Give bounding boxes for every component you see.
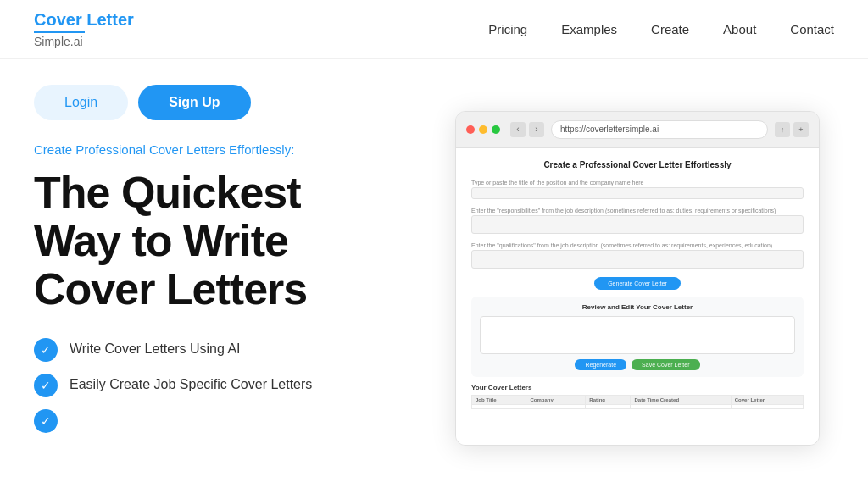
nav-about[interactable]: About [723, 22, 756, 36]
feature-item-3: ✓ [34, 409, 407, 433]
col-rating: Rating [586, 395, 631, 404]
create-label: Create Professional Cover Letters Effort… [34, 141, 407, 158]
logo: Cover Letter Simple.ai [34, 9, 134, 49]
generate-button[interactable]: Generate Cover Letter [594, 277, 681, 290]
review-textarea[interactable] [480, 316, 795, 354]
feature-text-2: Easily Create Job Specific Cover Letters [70, 376, 312, 394]
feature-item-2: ✓ Easily Create Job Specific Cover Lette… [34, 374, 407, 397]
hero-heading: The Quickest Way to Write Cover Letters [34, 169, 407, 314]
dot-yellow [479, 125, 487, 134]
form-input-3[interactable] [471, 250, 804, 269]
nav-examples[interactable]: Examples [561, 22, 617, 36]
form-input-2[interactable] [471, 215, 804, 234]
signup-button[interactable]: Sign Up [138, 85, 250, 120]
dot-red [466, 125, 475, 134]
review-section: Review and Edit Your Cover Letter Regene… [471, 297, 804, 377]
check-icon-1: ✓ [34, 338, 58, 362]
logo-divider [34, 31, 85, 33]
auth-buttons: Login Sign Up [34, 85, 407, 120]
review-actions: Regenerate Save Cover Letter [480, 359, 795, 370]
col-cover-letter: Cover Letter [731, 395, 803, 404]
table-section: Your Cover Letters Job Title Company Rat… [471, 384, 804, 409]
share-icon[interactable]: ↑ [775, 122, 790, 137]
header: Cover Letter Simple.ai Pricing Examples … [0, 0, 868, 59]
cell-rating [586, 404, 631, 408]
left-column: Login Sign Up Create Professional Cover … [34, 76, 407, 471]
features-list: ✓ Write Cover Letters Using AI ✓ Easily … [34, 338, 407, 433]
browser-nav: ‹ › [510, 122, 544, 137]
form-section-1: Type or paste the title of the position … [471, 180, 804, 199]
login-button[interactable]: Login [34, 85, 128, 120]
browser-content: Create a Professional Cover Letter Effor… [456, 148, 819, 446]
check-icon-3: ✓ [34, 409, 58, 433]
nav-create[interactable]: Create [651, 22, 689, 36]
browser-url-bar: https://coverlettersimple.ai [551, 120, 768, 139]
browser-toolbar: ‹ › https://coverlettersimple.ai ↑ + [456, 112, 819, 148]
right-column: ‹ › https://coverlettersimple.ai ↑ + Cre… [441, 76, 834, 471]
col-date: Date Time Created [631, 395, 731, 404]
review-title: Review and Edit Your Cover Letter [480, 303, 795, 311]
main-content: Login Sign Up Create Professional Cover … [0, 59, 868, 488]
back-btn[interactable]: ‹ [510, 122, 526, 137]
add-tab-icon[interactable]: + [793, 122, 809, 137]
form-section-2: Enter the "responsibilities" from the jo… [471, 208, 804, 234]
form-label-3: Enter the "qualifications" from the job … [471, 242, 804, 248]
cover-letters-table: Job Title Company Rating Date Time Creat… [471, 395, 804, 409]
table-title: Your Cover Letters [471, 384, 804, 391]
check-icon-2: ✓ [34, 374, 58, 397]
forward-btn[interactable]: › [529, 122, 544, 137]
form-label-1: Type or paste the title of the position … [471, 180, 804, 186]
form-section-3: Enter the "qualifications" from the job … [471, 242, 804, 269]
nav-contact[interactable]: Contact [790, 22, 834, 36]
cell-date [631, 404, 731, 408]
cell-company [526, 404, 586, 408]
cell-cover-letter [731, 404, 803, 408]
generate-btn-area: Generate Cover Letter [471, 277, 804, 290]
feature-item-1: ✓ Write Cover Letters Using AI [34, 338, 407, 362]
regenerate-button[interactable]: Regenerate [575, 359, 626, 370]
save-cover-letter-button[interactable]: Save Cover Letter [632, 359, 699, 370]
form-input-1[interactable] [471, 187, 804, 199]
main-nav: Pricing Examples Create About Contact [488, 22, 834, 36]
browser-action-btns: ↑ + [775, 122, 809, 137]
form-label-2: Enter the "responsibilities" from the jo… [471, 208, 804, 214]
table-row [472, 404, 804, 408]
col-company: Company [526, 395, 586, 404]
nav-pricing[interactable]: Pricing [488, 22, 527, 36]
col-job-title: Job Title [472, 395, 526, 404]
browser-mockup: ‹ › https://coverlettersimple.ai ↑ + Cre… [455, 111, 820, 446]
feature-text-1: Write Cover Letters Using AI [70, 341, 241, 358]
logo-subtitle: Simple.ai [34, 35, 134, 49]
cell-job-title [472, 404, 526, 408]
logo-title: Cover Letter [34, 9, 134, 30]
dot-green [492, 125, 500, 134]
app-page-title: Create a Professional Cover Letter Effor… [471, 160, 804, 169]
browser-dots [466, 125, 500, 134]
